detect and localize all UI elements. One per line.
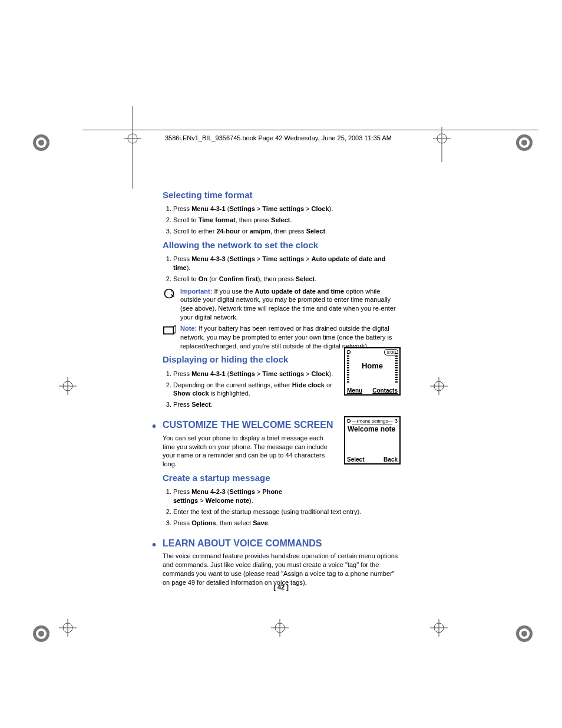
running-header: 3586i.ENv1_BIL_9356745.book Page 42 Wedn…: [165, 134, 392, 141]
crosshair-icon: [59, 377, 77, 395]
fig-welcome-note-title: Welcome note: [348, 425, 395, 433]
list-item: Scroll to Time format, then press Select…: [173, 216, 402, 225]
phone-figure-welcome-note: D —Phone settings— 3 Welcome note Select…: [344, 416, 401, 465]
fig-header: —Phone settings—: [345, 419, 399, 424]
list-item: Press Select.: [173, 400, 344, 409]
phone-figure-home-screen: D 8:00 Home Menu Contacts: [344, 347, 401, 396]
crosshair-icon: [430, 619, 448, 637]
registration-mark-icon: [513, 622, 536, 645]
list-item: Press Menu 4-3-1 (Settings > Time settin…: [173, 205, 402, 213]
crosshair-icon: [430, 377, 448, 395]
registration-mark-icon: [29, 622, 53, 645]
svg-point-5: [521, 140, 527, 146]
crosshair-icon: [271, 619, 289, 637]
note-label: Note:: [180, 325, 197, 332]
list-item: Press Menu 4-2-3 (Settings > Phone setti…: [173, 487, 309, 505]
svg-point-20: [38, 631, 44, 637]
list-item: Press Options, then select Save.: [173, 519, 402, 528]
voice-intro: The voice command feature provides hands…: [163, 552, 402, 587]
fig-softkey-back: Back: [384, 456, 398, 463]
note-block: Note: If your battery has been removed o…: [163, 324, 402, 351]
crosshair-icon: [433, 127, 451, 162]
heading-voice-commands: LEARN ABOUT VOICE COMMANDS: [163, 537, 402, 550]
fig-page-num: 3: [395, 418, 398, 424]
svg-point-23: [521, 631, 527, 637]
steps-selecting-time-format: Press Menu 4-3-1 (Settings > Time settin…: [163, 205, 402, 236]
important-icon: [163, 288, 176, 299]
svg-point-33: [165, 289, 174, 298]
list-item: Enter the text of the startup message (u…: [173, 508, 402, 516]
steps-allowing-network: Press Menu 4-3-3 (Settings > Time settin…: [163, 255, 402, 284]
heading-create-startup: Create a startup message: [163, 472, 402, 484]
list-item: Scroll to On (or Confirm first), then pr…: [173, 275, 402, 284]
registration-mark-icon: [513, 131, 536, 154]
svg-rect-34: [164, 327, 174, 334]
fig-home-label: Home: [345, 361, 399, 370]
crosshair-icon: [59, 619, 77, 637]
list-item: Press Menu 4-3-3 (Settings > Time settin…: [173, 255, 402, 272]
important-block: Important: If you use the Auto update of…: [163, 287, 402, 322]
heading-selecting-time-format: Selecting time format: [163, 189, 402, 201]
fig-softkey-menu: Menu: [347, 387, 362, 394]
svg-point-2: [38, 140, 44, 146]
customize-intro: You can set your phone to display a brie…: [163, 434, 333, 469]
steps-display-hide: Press Menu 4-3-1 (Settings > Time settin…: [163, 370, 344, 409]
registration-mark-icon: [29, 131, 53, 154]
heading-allowing-network: Allowing the network to set the clock: [163, 239, 402, 251]
fig-softkey-select: Select: [347, 456, 364, 463]
list-item: Press Menu 4-3-1 (Settings > Time settin…: [173, 370, 344, 378]
fig-softkey-contacts: Contacts: [372, 387, 398, 394]
header-rule: [82, 130, 538, 130]
steps-create-startup: Press Menu 4-2-3 (Settings > Phone setti…: [163, 487, 402, 527]
list-item: Scroll to either 24-hour or am/pm, then …: [173, 227, 402, 236]
list-item: Depending on the current settings, eithe…: [173, 381, 344, 398]
crosshair-icon: [124, 106, 141, 189]
important-label: Important:: [180, 288, 212, 295]
note-icon: [163, 325, 176, 337]
page-number: [ 42 ]: [0, 584, 562, 591]
